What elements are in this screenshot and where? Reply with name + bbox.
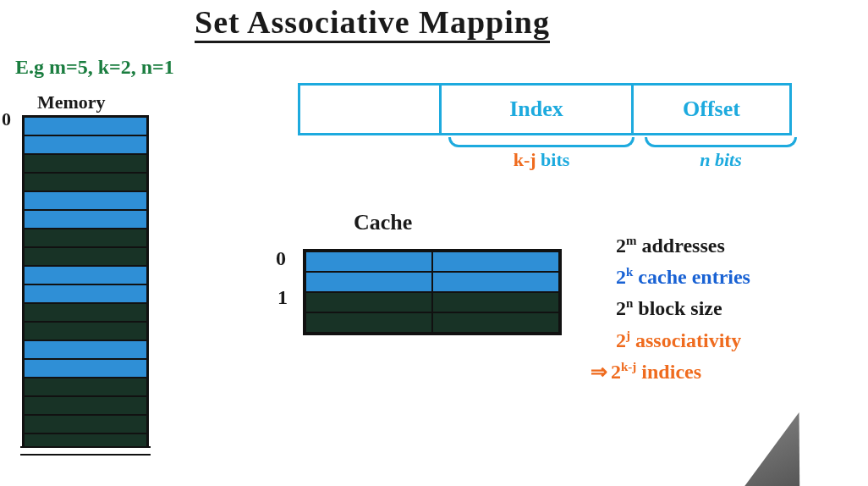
addr-tag-cell [298, 83, 442, 135]
note-cache-entries: 2k cache entries [616, 262, 750, 293]
cache-label: Cache [354, 210, 412, 235]
addr-index-cell: Index [439, 83, 634, 135]
notes-list: 2m addresses 2k cache entries 2n block s… [616, 230, 750, 388]
pen-tip-icon [735, 402, 831, 486]
note-indices: ⇒2k-j indices [591, 356, 750, 388]
example-params: E.g m=5, k=2, n=1 [15, 56, 174, 79]
index-bits-word: bits [536, 149, 570, 170]
note-addresses: 2m addresses [616, 230, 750, 262]
offset-bits-label: n bits [700, 149, 742, 170]
cache-block [303, 249, 562, 335]
offset-bits-brace: n bits [645, 137, 797, 171]
note-associativity: 2j associativity [616, 325, 750, 356]
cache-index-1: 1 [277, 286, 288, 309]
memory-block [22, 115, 149, 456]
cache-index-0: 0 [276, 247, 286, 270]
address-format: Index Offset [300, 83, 792, 135]
index-bits-kj: k-j [514, 149, 536, 170]
index-bits-brace: k-j bits [448, 137, 635, 171]
memory-gap [20, 446, 151, 456]
memory-label: Memory [37, 91, 106, 113]
diagram-title: Set Associative Mapping [195, 3, 550, 43]
addr-offset-cell: Offset [631, 83, 792, 135]
note-block-size: 2n block size [616, 293, 750, 324]
memory-index-0: 0 [2, 108, 11, 130]
